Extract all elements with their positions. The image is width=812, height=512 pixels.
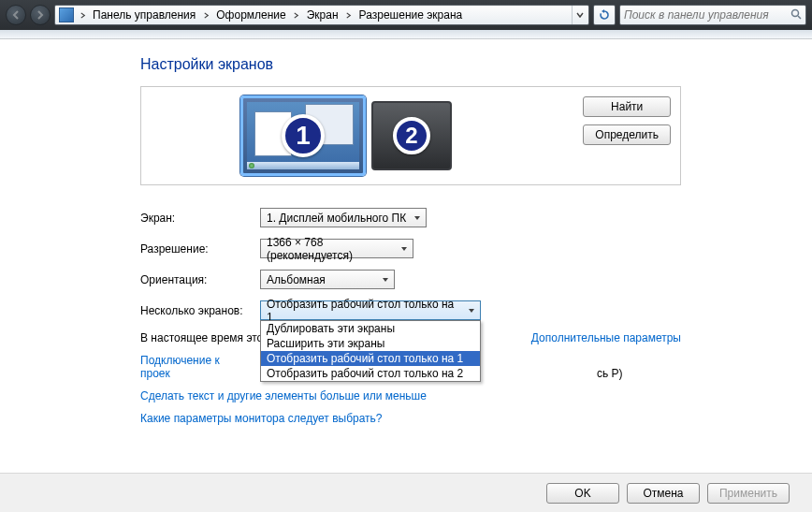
combo-value: 1. Дисплей мобильного ПК	[267, 212, 406, 225]
combo-value: 1366 × 768 (рекомендуется)	[267, 236, 396, 262]
monitor-preview: 1 2 Найти Определить	[140, 86, 681, 185]
address-bar: Панель управления Оформление Экран Разре…	[0, 0, 812, 30]
search-box[interactable]	[619, 5, 806, 25]
settings-form: Экран: 1. Дисплей мобильного ПК Разрешен…	[140, 208, 681, 425]
dropdown-option[interactable]: Отобразить рабочий стол только на 2	[261, 366, 480, 381]
orientation-combobox[interactable]: Альбомная	[260, 270, 395, 289]
search-input[interactable]	[624, 8, 787, 22]
text-size-link[interactable]: Сделать текст и другие элементы больше и…	[140, 389, 681, 402]
svg-point-0	[792, 9, 799, 16]
breadcrumb-item[interactable]: Панель управления	[89, 6, 199, 24]
breadcrumb-item[interactable]: Разрешение экрана	[355, 6, 467, 24]
monitor-number: 2	[393, 117, 430, 154]
which-monitor-link[interactable]: Какие параметры монитора следует выбрать…	[140, 412, 681, 425]
resolution-combobox[interactable]: 1366 × 768 (рекомендуется)	[260, 239, 413, 258]
resolution-label: Разрешение:	[140, 242, 260, 256]
multiple-displays-combobox[interactable]: Отобразить рабочий стол только на 1 Дубл…	[260, 300, 481, 320]
projector-link[interactable]: Подключение к проек	[140, 354, 220, 380]
chevron-down-icon	[410, 209, 424, 227]
toolbar-strip	[0, 30, 812, 39]
dropdown-option[interactable]: Отобразить рабочий стол только на 1	[261, 351, 480, 366]
nav-forward-button[interactable]	[30, 5, 51, 25]
breadcrumb-item[interactable]: Оформление	[212, 6, 289, 24]
screen-label: Экран:	[140, 212, 260, 225]
control-panel-icon	[59, 7, 74, 22]
chevron-right-icon[interactable]	[199, 12, 212, 19]
main-display-status: В настоящее время это	[140, 331, 263, 344]
monitor-number: 1	[282, 114, 325, 157]
breadcrumb-dropdown-button[interactable]	[572, 6, 587, 24]
identify-button[interactable]: Определить	[583, 124, 671, 145]
detect-button[interactable]: Найти	[583, 96, 671, 117]
advanced-settings-link[interactable]: Дополнительные параметры	[531, 331, 681, 344]
monitor-1[interactable]: 1	[240, 95, 366, 176]
chevron-right-icon[interactable]	[76, 12, 89, 19]
chevron-right-icon[interactable]	[342, 12, 355, 19]
chevron-down-icon	[397, 240, 411, 257]
dropdown-option[interactable]: Дублировать эти экраны	[261, 321, 480, 336]
arrow-right-icon	[36, 10, 45, 20]
arrow-left-icon	[11, 10, 21, 20]
combo-value: Альбомная	[267, 273, 326, 286]
breadcrumb-item[interactable]: Экран	[303, 6, 342, 24]
dialog-footer: OK Отмена Применить	[0, 473, 812, 512]
cancel-button[interactable]: Отмена	[627, 483, 700, 504]
chevron-down-icon	[378, 271, 392, 288]
projector-shortcut-fragment: сь Р)	[597, 367, 623, 380]
dropdown-option[interactable]: Расширить эти экраны	[261, 336, 480, 351]
orientation-label: Ориентация:	[140, 273, 260, 286]
refresh-icon	[599, 9, 610, 21]
monitor-2[interactable]: 2	[371, 101, 452, 170]
breadcrumb[interactable]: Панель управления Оформление Экран Разре…	[54, 5, 589, 25]
search-icon	[790, 8, 802, 22]
apply-button[interactable]: Применить	[707, 483, 790, 504]
multiple-displays-label: Несколько экранов:	[140, 304, 260, 317]
refresh-button[interactable]	[593, 5, 616, 25]
nav-back-button[interactable]	[6, 5, 26, 25]
multiple-displays-dropdown: Дублировать эти экраны Расширить эти экр…	[260, 320, 481, 382]
page-content: Настройки экранов 1 2 Найти Определить Э…	[0, 39, 812, 473]
screen-combobox[interactable]: 1. Дисплей мобильного ПК	[260, 208, 427, 227]
chevron-down-icon	[576, 11, 584, 19]
ok-button[interactable]: OK	[546, 483, 619, 504]
chevron-down-icon	[464, 301, 478, 319]
svg-line-1	[798, 16, 801, 19]
page-title: Настройки экранов	[140, 56, 812, 73]
chevron-right-icon[interactable]	[290, 12, 303, 19]
